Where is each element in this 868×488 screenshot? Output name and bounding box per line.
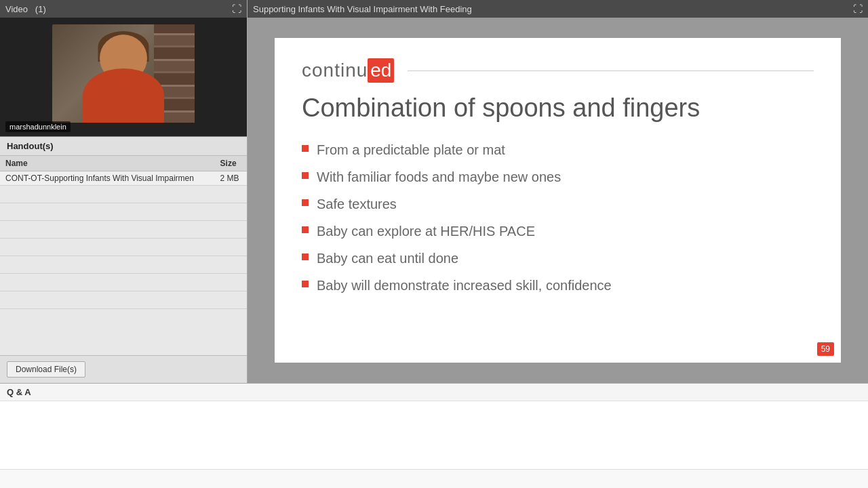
presenter-name-badge: marshadunnklein <box>5 121 71 132</box>
handouts-table: Name Size CONT-OT-Supporting Infants Wit… <box>0 156 247 186</box>
presentation-area: continued Combination of spoons and fing… <box>248 18 868 383</box>
empty-row-4 <box>0 239 247 256</box>
handout-name: CONT-OT-Supporting Infants With Visual I… <box>0 171 215 186</box>
qa-section: Q & A <box>0 383 868 488</box>
empty-row-7 <box>0 291 247 309</box>
bullet-item-2: With familiar foods and maybe new ones <box>302 168 814 186</box>
bullet-item-6: Baby will demonstrate increased skill, c… <box>302 277 814 294</box>
bullet-text-6: Baby will demonstrate increased skill, c… <box>317 277 612 294</box>
bullet-text-2: With familiar foods and maybe new ones <box>317 168 561 186</box>
bullet-item-5: Baby can eat until done <box>302 249 814 267</box>
bullet-square-1 <box>302 145 309 152</box>
empty-row-5 <box>0 256 247 274</box>
empty-row-3 <box>0 221 247 239</box>
logo-divider <box>408 70 814 71</box>
video-fullscreen-button[interactable]: ⛶ <box>232 3 241 14</box>
size-column-header: Size <box>215 156 247 171</box>
bullet-square-6 <box>302 281 309 287</box>
left-panel: Video (1) ⛶ marshadunnklein <box>0 0 248 383</box>
slide-logo: continued <box>302 58 814 83</box>
video-thumbnail <box>52 24 195 123</box>
video-title: Video (1) <box>5 4 46 14</box>
slide-number: 59 <box>817 342 834 356</box>
handout-size: 2 MB <box>215 171 247 186</box>
bullet-list: From a predictable plate or mat With fam… <box>302 141 814 304</box>
download-button-area: Download File(s) <box>0 355 247 383</box>
bullet-text-3: Safe textures <box>317 195 397 213</box>
slide-container: continued Combination of spoons and fing… <box>275 38 841 363</box>
download-files-button[interactable]: Download File(s) <box>7 361 85 378</box>
bullet-text-1: From a predictable plate or mat <box>317 141 505 159</box>
bullet-item-4: Baby can explore at HER/HIS PACE <box>302 222 814 240</box>
bullet-text-5: Baby can eat until done <box>317 249 458 267</box>
logo-text-before: continu <box>302 60 368 81</box>
presentation-title: Supporting Infants With Visual Impairmen… <box>253 4 472 14</box>
video-section: Video (1) ⛶ marshadunnklein <box>0 0 247 137</box>
name-column-header: Name <box>0 156 215 171</box>
slide-heading: Combination of spoons and fingers <box>302 93 814 124</box>
qa-content <box>0 401 868 469</box>
bullet-square-2 <box>302 172 309 179</box>
empty-row-6 <box>0 274 247 291</box>
handouts-title: Handout(s) <box>0 137 247 156</box>
presentation-titlebar: Supporting Infants With Visual Impairmen… <box>248 0 868 18</box>
handout-row[interactable]: CONT-OT-Supporting Infants With Visual I… <box>0 171 247 186</box>
presentation-fullscreen-button[interactable]: ⛶ <box>853 3 863 14</box>
empty-row-1 <box>0 186 247 203</box>
empty-row-2 <box>0 203 247 221</box>
bullet-item-3: Safe textures <box>302 195 814 213</box>
right-panel: Supporting Infants With Visual Impairmen… <box>248 0 868 383</box>
qa-titlebar: Q & A <box>0 384 868 401</box>
bullet-square-3 <box>302 199 309 206</box>
handouts-section: Handout(s) Name Size CONT-OT-Supporting … <box>0 137 247 383</box>
person-silhouette <box>52 24 195 123</box>
bullet-text-4: Baby can explore at HER/HIS PACE <box>317 222 535 240</box>
video-area: marshadunnklein <box>0 18 247 136</box>
bullet-item-1: From a predictable plate or mat <box>302 141 814 159</box>
person-body <box>83 68 164 123</box>
logo-highlight: ed <box>368 58 394 83</box>
video-titlebar: Video (1) ⛶ <box>0 0 247 18</box>
bullet-square-5 <box>302 253 309 260</box>
bullet-square-4 <box>302 226 309 233</box>
qa-input-area[interactable] <box>0 469 868 488</box>
handouts-empty-rows <box>0 186 247 355</box>
